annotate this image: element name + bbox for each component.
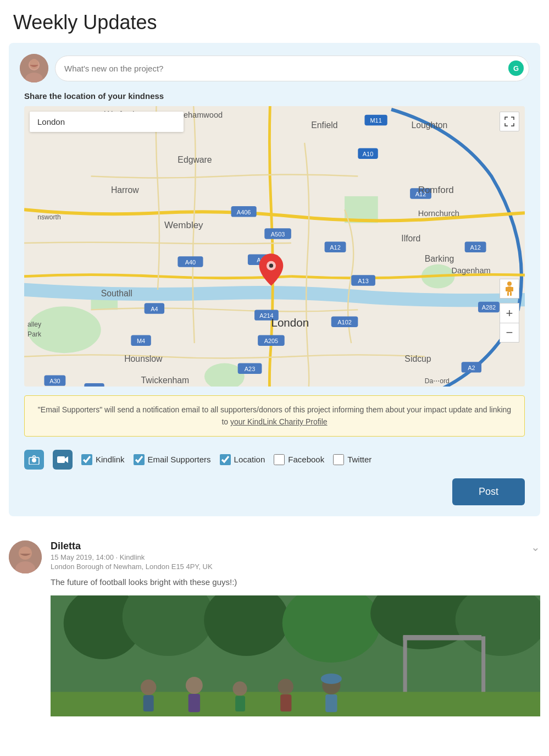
svg-text:A13: A13 xyxy=(358,278,368,284)
svg-rect-87 xyxy=(506,287,508,291)
zoom-in-button[interactable]: + xyxy=(500,303,519,323)
svg-text:Southall: Southall xyxy=(101,289,132,298)
email-supporters-checkbox-label[interactable]: Email Supporters xyxy=(134,454,211,465)
svg-text:Edgware: Edgware xyxy=(178,155,212,164)
map-container[interactable]: A1 A40 M4 A4 M3 A30 A406 A503 A12 A13 xyxy=(24,106,525,387)
svg-text:M4: M4 xyxy=(137,338,145,344)
post-input-wrap: G xyxy=(55,56,529,81)
post-date: 15 May 2019, 14:00 · Kindlink xyxy=(51,553,213,561)
svg-rect-85 xyxy=(507,292,509,296)
charity-profile-link[interactable]: your KindLink Charity Profile xyxy=(230,417,328,426)
info-box: "Email Supporters" will send a notificat… xyxy=(24,395,525,437)
location-label: Location xyxy=(234,455,265,464)
svg-text:Twickenham: Twickenham xyxy=(141,376,190,385)
zoom-out-button[interactable]: − xyxy=(500,323,519,343)
camera-button[interactable] xyxy=(24,450,44,470)
svg-text:Sidcup: Sidcup xyxy=(404,354,431,363)
post-content: Diletta 15 May 2019, 14:00 · Kindlink Lo… xyxy=(51,540,540,716)
svg-text:A40: A40 xyxy=(185,259,196,266)
svg-text:A12: A12 xyxy=(330,244,340,251)
facebook-label: Facebook xyxy=(288,455,324,464)
svg-rect-107 xyxy=(51,692,540,716)
svg-rect-88 xyxy=(511,287,513,291)
post-author-name: Diletta xyxy=(51,540,213,552)
svg-text:Loughton: Loughton xyxy=(412,120,448,130)
svg-text:Romford: Romford xyxy=(418,185,454,195)
email-supporters-checkbox[interactable] xyxy=(134,454,145,465)
page-title: Weekly Updates xyxy=(0,0,549,43)
svg-text:A12: A12 xyxy=(470,244,480,251)
post-location: London Borough of Newham, London E15 4PY… xyxy=(51,562,213,571)
svg-text:M3: M3 xyxy=(90,386,98,387)
svg-text:M11: M11 xyxy=(370,117,382,124)
svg-point-117 xyxy=(321,674,342,684)
post-card: G Share the location of your kindness xyxy=(9,43,540,516)
svg-point-94 xyxy=(20,547,31,559)
post-button-row: Post xyxy=(24,478,525,505)
post-author-info: Diletta 15 May 2019, 14:00 · Kindlink Lo… xyxy=(51,540,213,571)
svg-text:A23: A23 xyxy=(245,366,255,372)
twitter-checkbox[interactable] xyxy=(333,454,344,465)
post-chevron-icon[interactable]: ⌄ xyxy=(531,540,540,554)
svg-text:Hornchurch: Hornchurch xyxy=(418,209,459,218)
grammarly-button[interactable]: G xyxy=(508,60,524,76)
post-author-avatar xyxy=(9,540,42,573)
post-meta-row: Diletta 15 May 2019, 14:00 · Kindlink Lo… xyxy=(51,540,540,571)
post-button[interactable]: Post xyxy=(452,478,525,505)
svg-text:A282: A282 xyxy=(482,304,496,311)
twitter-label: Twitter xyxy=(347,455,371,464)
svg-rect-113 xyxy=(235,696,245,711)
svg-rect-118 xyxy=(325,694,337,712)
svg-text:A406: A406 xyxy=(237,209,251,216)
kindlink-checkbox-label[interactable]: Kindlink xyxy=(81,454,125,465)
svg-text:Harrow: Harrow xyxy=(111,185,139,195)
svg-text:A30: A30 xyxy=(49,378,60,384)
svg-point-83 xyxy=(507,282,512,286)
kindlink-label: Kindlink xyxy=(96,455,125,464)
svg-point-82 xyxy=(269,264,273,268)
facebook-checkbox-label[interactable]: Facebook xyxy=(274,454,324,465)
svg-point-112 xyxy=(232,681,247,696)
svg-text:A4: A4 xyxy=(151,306,158,312)
svg-text:Barking: Barking xyxy=(425,254,454,263)
svg-text:A205: A205 xyxy=(264,338,279,344)
svg-rect-109 xyxy=(143,695,154,711)
svg-text:Park: Park xyxy=(27,330,42,338)
svg-text:A2: A2 xyxy=(468,365,475,371)
share-options-row: Kindlink Email Supporters Location Faceb… xyxy=(24,445,525,470)
post-input[interactable] xyxy=(55,56,529,81)
facebook-checkbox[interactable] xyxy=(274,454,285,465)
svg-text:Enfield: Enfield xyxy=(311,120,337,130)
video-button[interactable] xyxy=(53,450,73,470)
location-checkbox[interactable] xyxy=(220,454,231,465)
svg-rect-91 xyxy=(57,456,65,463)
svg-point-4 xyxy=(30,59,38,69)
svg-text:Hounslow: Hounslow xyxy=(124,354,163,363)
svg-text:Dagenham: Dagenham xyxy=(451,266,490,275)
map-fullscreen-button[interactable] xyxy=(500,112,519,131)
svg-text:London: London xyxy=(271,316,309,329)
svg-text:nsworth: nsworth xyxy=(37,213,60,221)
svg-point-6 xyxy=(27,306,101,353)
post-header: G xyxy=(20,54,529,82)
map-pegman-button[interactable] xyxy=(500,279,519,299)
location-section: Share the location of your kindness xyxy=(20,91,529,505)
location-checkbox-label[interactable]: Location xyxy=(220,454,265,465)
svg-point-110 xyxy=(186,677,203,694)
svg-text:A10: A10 xyxy=(363,151,373,157)
location-label: Share the location of your kindness xyxy=(24,91,525,101)
svg-text:Da⋯ord: Da⋯ord xyxy=(425,377,450,385)
svg-text:alley: alley xyxy=(27,321,42,328)
svg-text:Ilford: Ilford xyxy=(401,234,420,243)
svg-rect-84 xyxy=(507,286,512,292)
twitter-checkbox-label[interactable]: Twitter xyxy=(333,454,371,465)
post-image xyxy=(51,595,540,716)
kindlink-checkbox[interactable] xyxy=(81,454,92,465)
svg-text:A102: A102 xyxy=(337,319,352,325)
map-search-input[interactable] xyxy=(30,112,184,132)
svg-rect-115 xyxy=(280,694,291,711)
svg-point-108 xyxy=(141,680,157,696)
map-zoom-controls: + − xyxy=(500,303,519,343)
svg-point-89 xyxy=(32,458,36,462)
svg-point-114 xyxy=(278,678,293,694)
